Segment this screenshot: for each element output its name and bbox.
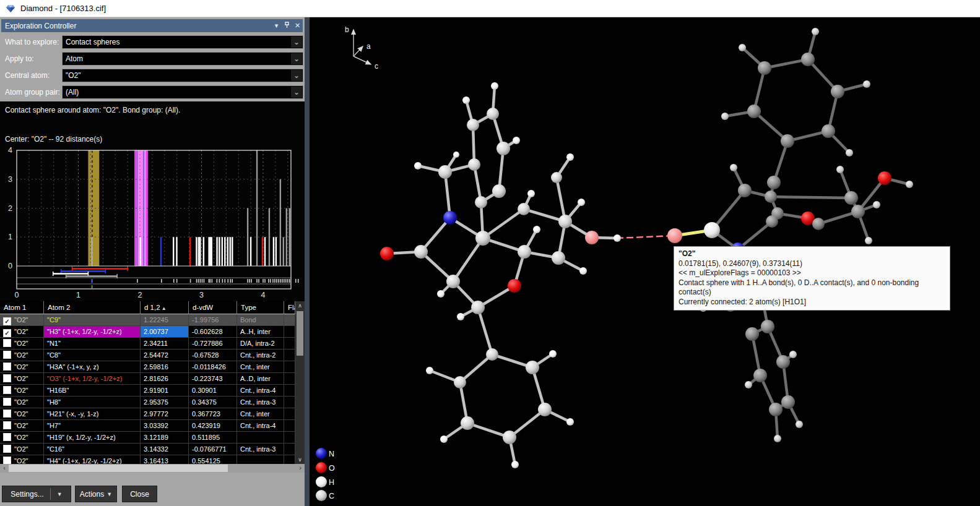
- panel-menu-icon[interactable]: ▾: [271, 22, 282, 30]
- flags-cell: [284, 444, 295, 455]
- svg-text:1: 1: [76, 291, 80, 299]
- column-header-atom-1[interactable]: Atom 1: [0, 301, 44, 314]
- row-checkbox[interactable]: [3, 433, 11, 441]
- scroll-up-icon[interactable]: ∧: [295, 301, 305, 310]
- atom-hp3: [566, 418, 574, 426]
- flags-cell: [284, 349, 295, 361]
- atom-h3: [513, 137, 520, 144]
- chevron-down-icon[interactable]: ⌄: [291, 36, 302, 48]
- atom-o1: [380, 247, 394, 260]
- row-checkbox[interactable]: [3, 445, 11, 453]
- flags-cell: [284, 397, 295, 408]
- central-atom-select[interactable]: "O2" ⌄: [62, 69, 303, 82]
- field-label: Central atom:: [5, 69, 50, 82]
- distance-histogram[interactable]: 0123401234: [0, 101, 305, 301]
- chevron-down-icon[interactable]: ⌄: [291, 87, 302, 98]
- table-row[interactable]: "O2""H21" (-x, -y, 1-z)2.977720.367723Cn…: [0, 408, 305, 420]
- table-row[interactable]: "O2""C8"2.54472-0.67528Cnt., intra-2: [0, 349, 305, 361]
- scroll-right-icon[interactable]: ›: [296, 464, 305, 473]
- close-button[interactable]: Close: [122, 486, 157, 502]
- field-label: Atom group pair:: [5, 85, 60, 99]
- table-row[interactable]: "O2""O3" (-1+x, 1/2-y, -1/2+z)2.81626-0.…: [0, 373, 305, 385]
- atom-a4: [468, 158, 480, 171]
- table-row[interactable]: "O2""H19" (x, 1/2-y, -1/2+z)3.121890.511…: [0, 432, 305, 444]
- panel-splitter[interactable]: [305, 17, 310, 506]
- row-checkbox[interactable]: [3, 398, 11, 406]
- contact-sphere-status: Contact sphere around atom: "O2". Bond g…: [5, 106, 180, 114]
- atom-p5: [461, 416, 474, 430]
- actions-button[interactable]: Actions ▼: [75, 486, 117, 502]
- svg-text:0: 0: [15, 291, 19, 299]
- atom-hb4: [745, 381, 752, 388]
- row-checkbox[interactable]: [3, 386, 11, 394]
- row-checkbox[interactable]: [3, 374, 11, 382]
- panel-title: Exploration Controller: [5, 22, 76, 30]
- atom-h5: [453, 152, 459, 158]
- atom-hp5: [440, 435, 448, 443]
- atom-c8: [551, 172, 562, 183]
- pin-icon[interactable]: [282, 22, 292, 30]
- table-row[interactable]: "O2""H16B"2.919010.30901Cnt., intra-4: [0, 385, 305, 397]
- row-checkbox[interactable]: [3, 351, 11, 359]
- column-header-d-vdw[interactable]: d-vdW: [189, 301, 237, 314]
- atom-h12: [614, 234, 621, 242]
- hydrogen-bond: [617, 236, 675, 238]
- row-checkbox[interactable]: [3, 339, 11, 347]
- type-cell: A..D, inter: [237, 373, 284, 385]
- chevron-down-icon[interactable]: ▼: [57, 491, 63, 497]
- d-vdw-cell: -0.602628: [189, 326, 237, 338]
- column-header-fla[interactable]: Fla: [284, 301, 295, 314]
- chevron-down-icon[interactable]: ⌄: [291, 70, 302, 81]
- atom1-cell: "O2": [14, 340, 28, 347]
- type-cell: Cnt., intra-2: [237, 349, 284, 361]
- what-to-explore-select[interactable]: Contact spheres ⌄: [62, 35, 303, 49]
- column-header-atom-2[interactable]: Atom 2: [44, 301, 141, 314]
- field-central-atom: Central atom: "O2" ⌄: [0, 69, 305, 83]
- distance-cell: 2.97772: [141, 408, 189, 420]
- table-row[interactable]: ✓"O2""H3" (-1+x, 1/2-y, -1/2+z)2.00737-0…: [0, 326, 305, 338]
- table-row[interactable]: "O2""H4" (-1+x, 1/2-y, -1/2+z)3.164130.5…: [0, 455, 305, 464]
- flags-cell: [284, 408, 295, 420]
- row-checkbox[interactable]: [3, 410, 11, 418]
- table-row[interactable]: "O2""N1"2.34211-0.727886D/A, intra-2: [0, 338, 305, 349]
- scroll-down-icon[interactable]: ∨: [295, 455, 305, 464]
- row-checkbox[interactable]: [3, 457, 11, 464]
- column-header-d-1-2[interactable]: d 1,2 ▲: [141, 301, 189, 314]
- row-checkbox-checked[interactable]: ✓: [3, 329, 11, 337]
- atom-info-tooltip: "O2"0.01781(15), 0.24607(9), 0.37314(11)…: [674, 246, 950, 311]
- flags-cell: [284, 455, 295, 464]
- atom-group-pair-select[interactable]: (All) ⌄: [62, 85, 303, 99]
- flags-cell: [284, 420, 295, 432]
- atom-m3: [765, 191, 777, 203]
- close-icon[interactable]: ✕: [292, 22, 303, 30]
- element-legend: NOHC: [316, 448, 335, 501]
- svg-text:2: 2: [138, 291, 142, 299]
- table-row[interactable]: "O2""H3A" (-1+x, y, z)2.59816-0.0118426C…: [0, 361, 305, 373]
- row-checkbox-checked[interactable]: ✓: [3, 317, 11, 325]
- apply-to-select[interactable]: Atom ⌄: [62, 52, 303, 66]
- field-apply-to: Apply to: Atom ⌄: [0, 52, 305, 66]
- horizontal-scroll-thumb[interactable]: [9, 465, 228, 472]
- scroll-left-icon[interactable]: ‹: [0, 464, 9, 473]
- table-row[interactable]: ✓"O2""C9"1.22245-1.99756Bond: [0, 314, 305, 326]
- diamond-window: Diamond - [7106313.cif] bac NOHC "O2"0.0…: [0, 0, 980, 506]
- table-row[interactable]: "O2""C16"3.14332-0.0766771Cnt., intra-3: [0, 444, 305, 455]
- atom2-cell: "H3" (-1+x, 1/2-y, -1/2+z): [44, 326, 141, 338]
- table-row[interactable]: "O2""H7"3.033920.423919Cnt., intra-4: [0, 420, 305, 432]
- chevron-down-icon[interactable]: ⌄: [291, 53, 302, 64]
- table-horizontal-scrollbar[interactable]: ‹ ›: [0, 464, 305, 473]
- atom-a3: [497, 142, 510, 155]
- row-checkbox[interactable]: [3, 362, 11, 371]
- table-row[interactable]: "O2""H8"2.953750.34375Cnt., intra-3: [0, 397, 305, 408]
- column-header-type[interactable]: Type: [237, 301, 284, 314]
- vertical-scroll-thumb[interactable]: [297, 311, 303, 356]
- atom-h13: [566, 153, 574, 161]
- axis-c-label: c: [375, 62, 378, 71]
- atom2-cell: "H4" (-1+x, 1/2-y, -1/2+z): [44, 455, 141, 464]
- settings-button[interactable]: Settings... ▼: [2, 486, 71, 502]
- atom-hb3: [789, 351, 797, 358]
- table-vertical-scrollbar[interactable]: ∧ ∨: [295, 301, 305, 464]
- type-cell: [237, 455, 284, 464]
- row-checkbox[interactable]: [3, 421, 11, 429]
- table-header-row[interactable]: Atom 1Atom 2d 1,2 ▲d-vdWTypeFla: [0, 301, 305, 314]
